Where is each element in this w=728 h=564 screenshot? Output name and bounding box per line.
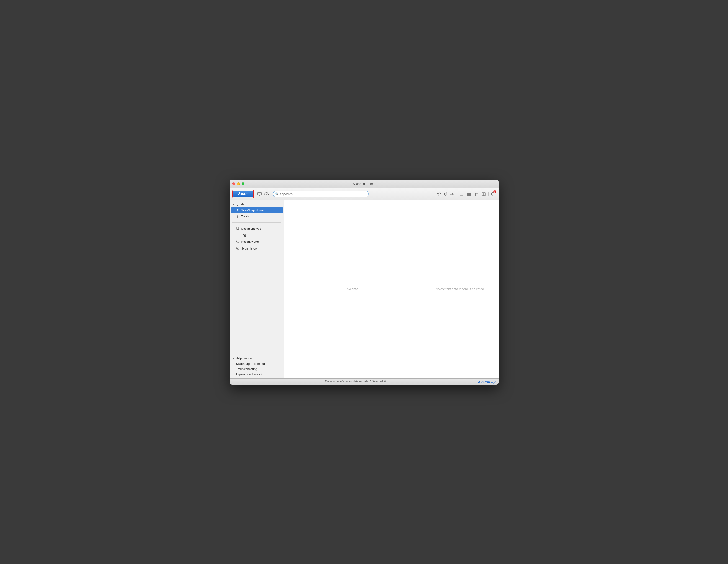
- recent-views-label: Recent views: [241, 240, 259, 243]
- toolbar: Scan 🔍: [230, 188, 499, 200]
- monitor-icon: [257, 192, 262, 196]
- help-section: ▼ Help manual ScanSnap Help manual Troub…: [230, 354, 284, 378]
- detail-view-button[interactable]: [473, 191, 480, 197]
- svg-rect-9: [469, 193, 471, 194]
- content-main: No data: [284, 200, 421, 378]
- refresh-button[interactable]: [443, 191, 448, 197]
- sidebar-mac-header[interactable]: ▼ Mac: [230, 201, 284, 207]
- main-window: ScanSnap Home Scan 🔍: [230, 180, 499, 385]
- refresh-icon: [444, 192, 448, 196]
- svg-rect-13: [476, 193, 478, 193]
- grid-view-button[interactable]: [466, 191, 472, 197]
- search-input[interactable]: [273, 191, 369, 197]
- scan-history-icon: [236, 246, 240, 251]
- notification-wrapper: 3: [490, 191, 496, 197]
- favorites-button[interactable]: [436, 191, 442, 197]
- minimize-button[interactable]: [237, 182, 240, 185]
- scan-history-label: Scan history: [241, 247, 258, 250]
- traffic-lights: [232, 182, 244, 185]
- list-view-icon: [460, 192, 464, 196]
- scansnap-brand-logo: ScanSnap: [478, 380, 496, 384]
- svg-rect-5: [460, 193, 463, 193]
- no-data-text: No data: [347, 287, 358, 291]
- toolbar-separator-2: [488, 192, 489, 196]
- cloud-icon: [264, 192, 269, 196]
- fullscreen-button[interactable]: [242, 182, 244, 185]
- inquire-link[interactable]: Inquire how to use it: [230, 372, 284, 377]
- toolbar-right: 3: [436, 191, 496, 197]
- star-icon: [437, 192, 441, 196]
- svg-rect-12: [475, 193, 476, 196]
- svg-rect-19: [236, 203, 239, 205]
- scan-button[interactable]: Scan: [233, 191, 253, 197]
- mac-label: Mac: [240, 203, 246, 206]
- sidebar-spacer: [230, 253, 284, 354]
- close-button[interactable]: [232, 182, 235, 185]
- clock-icon: [236, 240, 240, 243]
- help-manual-label: Help manual: [236, 357, 252, 360]
- split-view-button[interactable]: [480, 191, 487, 197]
- cloud-icon-button[interactable]: [263, 191, 270, 197]
- svg-rect-7: [460, 195, 463, 196]
- detail-view-icon: [474, 192, 478, 196]
- tag-label: Tag: [241, 233, 246, 237]
- sidebar-item-document-type[interactable]: Document type: [231, 226, 283, 232]
- svg-rect-17: [484, 193, 485, 196]
- sidebar-mac-section: ▼ Mac ⬆ ScanSnap Home 🗑 Trash: [230, 200, 284, 221]
- trash-icon: 🗑: [236, 215, 240, 218]
- chevron-down-icon-help: ▼: [232, 357, 235, 360]
- svg-rect-6: [460, 194, 463, 194]
- sort-button[interactable]: [449, 191, 455, 197]
- troubleshooting-link[interactable]: Troubleshooting: [230, 366, 284, 372]
- toolbar-icons: [257, 191, 270, 197]
- checkmark-circle-icon: [236, 246, 240, 250]
- sidebar-item-tag[interactable]: 🏷 Tag: [231, 232, 283, 238]
- notification-badge: 3: [493, 190, 496, 193]
- list-view-button[interactable]: [458, 191, 465, 197]
- sidebar-item-scansnap-home[interactable]: ⬆ ScanSnap Home: [231, 207, 283, 213]
- content-preview: No content data record is selected: [421, 200, 499, 378]
- search-wrapper: 🔍: [273, 191, 369, 197]
- scansnap-home-label: ScanSnap Home: [241, 209, 264, 212]
- document-type-label: Document type: [241, 227, 261, 230]
- monitor-icon-button[interactable]: [257, 191, 262, 197]
- no-selection-text: No content data record is selected: [431, 283, 488, 296]
- monitor-small-icon: [236, 203, 239, 206]
- svg-rect-0: [258, 192, 261, 195]
- split-view-icon: [482, 192, 486, 196]
- chevron-down-icon: ▼: [232, 203, 235, 206]
- svg-point-26: [236, 247, 239, 250]
- recent-views-icon: [236, 240, 240, 244]
- statusbar: The number of content data records: 0 Se…: [230, 378, 499, 385]
- svg-rect-15: [476, 195, 478, 195]
- home-icon: ⬆: [236, 209, 240, 212]
- main-area: ▼ Mac ⬆ ScanSnap Home 🗑 Trash: [230, 200, 499, 378]
- scansnap-help-link[interactable]: ScanSnap Help manual: [230, 361, 284, 366]
- help-manual-header[interactable]: ▼ Help manual: [230, 355, 284, 361]
- status-text: The number of content data records: 0 Se…: [232, 380, 478, 383]
- sidebar-item-scan-history[interactable]: Scan history: [231, 245, 283, 252]
- sidebar-divider-1: [232, 222, 281, 223]
- scan-button-wrapper: Scan: [232, 190, 254, 198]
- grid-view-icon: [467, 192, 471, 196]
- trash-label: Trash: [241, 215, 249, 218]
- svg-rect-10: [467, 194, 469, 196]
- sidebar-item-trash[interactable]: 🗑 Trash: [231, 214, 283, 219]
- document-icon: [236, 227, 239, 230]
- svg-rect-14: [476, 193, 478, 194]
- svg-rect-16: [482, 193, 484, 196]
- window-title: ScanSnap Home: [353, 182, 375, 185]
- titlebar: ScanSnap Home: [230, 180, 499, 188]
- sidebar-item-recent-views[interactable]: Recent views: [231, 238, 283, 245]
- tag-icon: 🏷: [236, 233, 240, 237]
- document-type-icon: [236, 227, 240, 231]
- svg-point-25: [236, 241, 237, 242]
- svg-rect-8: [467, 193, 469, 194]
- sidebar: ▼ Mac ⬆ ScanSnap Home 🗑 Trash: [230, 200, 284, 378]
- sort-icon: [450, 192, 455, 196]
- search-icon: 🔍: [275, 192, 278, 196]
- svg-rect-11: [469, 194, 471, 196]
- sidebar-filters-section: Document type 🏷 Tag Recent views: [230, 224, 284, 253]
- content-split: No data No content data record is select…: [284, 200, 499, 378]
